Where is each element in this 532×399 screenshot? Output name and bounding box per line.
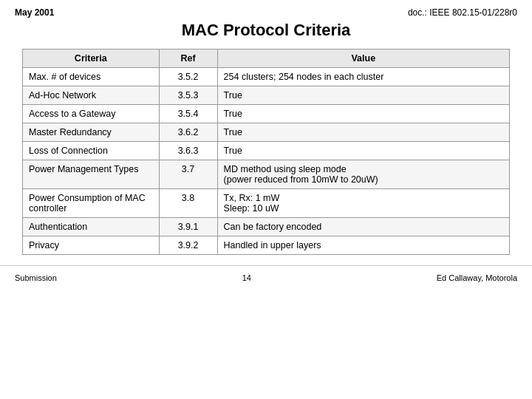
table-row: Loss of Connection3.6.3True xyxy=(23,142,510,160)
table-row: Access to a Gateway3.5.4True xyxy=(23,105,510,123)
cell-ref: 3.9.1 xyxy=(159,218,217,236)
cell-value: Handled in upper layers xyxy=(217,236,509,255)
cell-ref: 3.6.2 xyxy=(159,123,217,142)
cell-value: Tx, Rx: 1 mW Sleep: 10 uW xyxy=(217,189,509,218)
cell-value: 254 clusters; 254 nodes in each cluster xyxy=(217,68,509,86)
table-row: Authentication3.9.1Can be factory encode… xyxy=(23,218,510,236)
header-doc: doc.: IEEE 802.15-01/228r0 xyxy=(408,7,517,18)
footer-center: 14 xyxy=(57,273,437,282)
cell-criteria: Privacy xyxy=(23,236,160,255)
table-row: Max. # of devices3.5.2254 clusters; 254 … xyxy=(23,68,510,86)
criteria-table: Criteria Ref Value Max. # of devices3.5.… xyxy=(22,49,510,255)
table-wrapper: Criteria Ref Value Max. # of devices3.5.… xyxy=(0,49,532,255)
cell-criteria: Max. # of devices xyxy=(23,68,160,86)
table-row: Privacy3.9.2Handled in upper layers xyxy=(23,236,510,255)
cell-criteria: Power Consumption of MAC controller xyxy=(23,189,160,218)
cell-value: MD method using sleep mode (power reduce… xyxy=(217,160,509,189)
footer-bar: Submission 14 Ed Callaway, Motorola xyxy=(0,265,532,282)
col-header-value: Value xyxy=(217,50,509,68)
cell-ref: 3.7 xyxy=(159,160,217,189)
cell-ref: 3.6.3 xyxy=(159,142,217,160)
cell-criteria: Loss of Connection xyxy=(23,142,160,160)
footer-left: Submission xyxy=(15,273,57,282)
cell-ref: 3.5.3 xyxy=(159,86,217,105)
col-header-ref: Ref xyxy=(159,50,217,68)
cell-ref: 3.5.2 xyxy=(159,68,217,86)
cell-criteria: Ad-Hoc Network xyxy=(23,86,160,105)
cell-criteria: Power Management Types xyxy=(23,160,160,189)
cell-ref: 3.8 xyxy=(159,189,217,218)
cell-ref: 3.5.4 xyxy=(159,105,217,123)
cell-criteria: Authentication xyxy=(23,218,160,236)
cell-criteria: Access to a Gateway xyxy=(23,105,160,123)
cell-value: True xyxy=(217,142,509,160)
table-row: Ad-Hoc Network3.5.3True xyxy=(23,86,510,105)
page-title: MAC Protocol Criteria xyxy=(0,21,532,40)
cell-value: Can be factory encoded xyxy=(217,218,509,236)
cell-ref: 3.9.2 xyxy=(159,236,217,255)
table-header-row: Criteria Ref Value xyxy=(23,50,510,68)
table-row: Power Management Types3.7MD method using… xyxy=(23,160,510,189)
cell-value: True xyxy=(217,123,509,142)
header-bar: May 2001 doc.: IEEE 802.15-01/228r0 xyxy=(0,0,532,18)
cell-criteria: Master Redundancy xyxy=(23,123,160,142)
table-row: Power Consumption of MAC controller3.8Tx… xyxy=(23,189,510,218)
cell-value: True xyxy=(217,105,509,123)
table-row: Master Redundancy3.6.2True xyxy=(23,123,510,142)
col-header-criteria: Criteria xyxy=(23,50,160,68)
header-date: May 2001 xyxy=(15,7,54,18)
footer-right: Ed Callaway, Motorola xyxy=(437,273,517,282)
cell-value: True xyxy=(217,86,509,105)
